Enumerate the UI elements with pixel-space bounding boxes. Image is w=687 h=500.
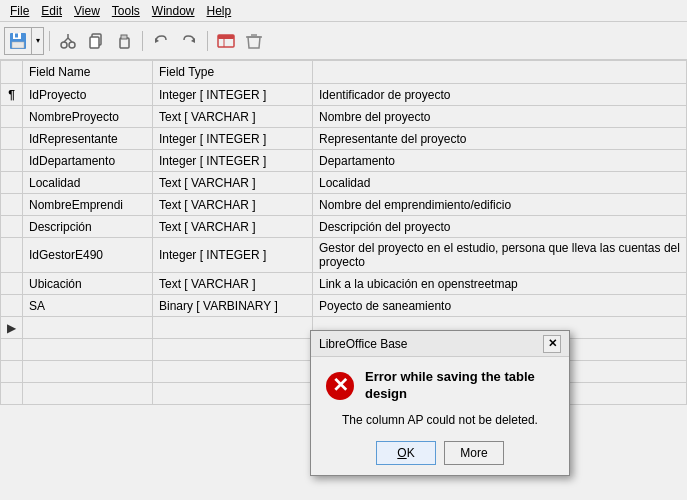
dialog-content: ✕ Error while saving the table design Th… bbox=[311, 357, 569, 475]
dialog-sub-text: The column AP could not be deleted. bbox=[325, 413, 555, 427]
dialog-close-button[interactable]: ✕ bbox=[543, 335, 561, 353]
dialog-buttons: OK More bbox=[325, 441, 555, 465]
dialog-header: ✕ Error while saving the table design bbox=[325, 369, 555, 403]
dialog-title: LibreOffice Base bbox=[319, 337, 408, 351]
error-icon: ✕ bbox=[325, 371, 355, 401]
ok-rest: K bbox=[407, 446, 415, 460]
error-circle-icon: ✕ bbox=[325, 371, 355, 401]
dialog-titlebar: LibreOffice Base ✕ bbox=[311, 331, 569, 357]
dialog-overlay: LibreOffice Base ✕ ✕ Error while saving … bbox=[0, 0, 687, 500]
dialog-main-text: Error while saving the table design bbox=[365, 369, 555, 403]
ok-underline-o: O bbox=[397, 446, 406, 460]
error-dialog: LibreOffice Base ✕ ✕ Error while saving … bbox=[310, 330, 570, 476]
dialog-more-button[interactable]: More bbox=[444, 441, 504, 465]
svg-text:✕: ✕ bbox=[332, 374, 349, 396]
dialog-ok-button[interactable]: OK bbox=[376, 441, 436, 465]
